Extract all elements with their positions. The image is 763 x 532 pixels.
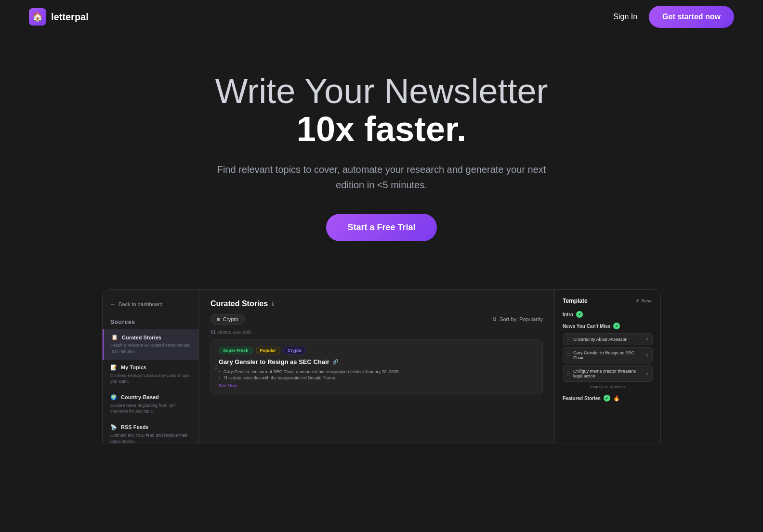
sort-icon: ⇅ [492,316,497,323]
reset-label: Reset [641,298,653,303]
story-bullet-1: Gary Gensler, the current SEC Chair, ann… [219,369,535,374]
sidebar-item-curated-stories[interactable]: 📋 Curated Stories Fresh & relevant AI-cu… [103,329,198,359]
drop-hint: Drop up to 10 stories [563,385,653,389]
info-icon: ℹ [272,301,274,307]
country-based-icon: 🌍 [110,394,117,401]
remove-item-2-button[interactable]: × [645,353,648,358]
template-item-2[interactable]: ⠿ Gary Gensler to Resign as SEC Chair × [563,347,653,363]
template-item-2-text: Gary Gensler to Resign as SEC Chair [573,350,645,360]
logo: 🏠 letterpal [29,8,89,26]
intro-label: Intro ✓ [563,311,653,318]
rss-feeds-desc: Connect any RSS feed and receive their l… [110,432,191,443]
right-panel: Template ↺ Reset Intro ✓ News You Can't … [554,290,660,443]
back-arrow-icon: ← [110,301,116,307]
curated-stories-desc: Fresh & relevant AI-curated news stories… [111,342,191,354]
story-title: Gary Gensler to Resign as SEC Chair 🔗 [219,358,535,365]
tag-super-fresh: Super Fresh [219,347,253,354]
main-header: Curated Stories ℹ [210,299,543,308]
rss-feeds-icon: 📡 [110,424,117,430]
news-section-label: News You Can't Miss ✓ [563,323,653,329]
get-started-button[interactable]: Get started now [649,6,734,28]
template-header: Template ↺ Reset [563,298,653,304]
my-topics-icon: 📝 [110,364,117,371]
story-card: ⠿ Super Fresh Popular Crypto Gary Gensle… [210,339,543,395]
country-based-label: Country-Based [121,394,159,400]
story-bullets: Gary Gensler, the current SEC Chair, ann… [219,369,535,380]
sidebar-item-country-based[interactable]: 🌍 Country-Based Explore news originating… [103,389,198,419]
back-link-text: Back to dashboard [118,301,163,307]
nav-actions: Sign In Get started now [613,6,734,28]
drag-handle-icon[interactable]: ⠿ [214,364,218,371]
hero-title-line1: Write Your Newsletter [19,72,744,110]
sidebar-item-rss-feeds[interactable]: 📡 RSS Feeds Connect any RSS feed and rec… [103,419,198,443]
curated-stories-icon: 📋 [111,334,118,340]
stories-count: 61 stories available [210,329,543,335]
template-item-1-text: Uncertainty About Altseason [573,337,628,342]
sign-in-button[interactable]: Sign In [613,13,637,21]
story-link-icon: 🔗 [332,359,338,364]
news-check-icon: ✓ [613,323,620,329]
curated-stories-label: Curated Stories [122,335,161,340]
hero-title-line2: 10x faster. [19,110,744,148]
remove-item-3-button[interactable]: × [645,371,648,376]
hero-title: Write Your Newsletter 10x faster. [19,72,744,148]
featured-label-text: Featured Stories [563,396,601,401]
drag-item-icon-3: ⠿ [567,371,570,376]
template-item-3[interactable]: ⠿ Chillguy meme creator threatens legal … [563,365,653,382]
tag-crypto: Crypto [283,347,306,354]
remove-item-1-button[interactable]: × [645,337,648,342]
news-section-text: News You Can't Miss [563,324,610,329]
story-bullet-2: This date coincides with the inauguratio… [219,376,535,380]
filter-tag-label: Crypto [223,316,238,322]
featured-label: Featured Stories ✓ 🔥 [563,395,653,402]
template-title: Template [563,298,588,304]
main-content: Curated Stories ℹ ≡ Crypto ⇅ Sort by: Po… [199,290,554,443]
template-item-3-text: Chillguy meme creator threatens legal ac… [573,369,645,378]
filter-list-icon: ≡ [217,316,220,322]
my-topics-desc: Do deep research about any custom topic … [110,373,191,385]
rss-feeds-label: RSS Feeds [121,424,148,430]
story-title-text: Gary Gensler to Resign as SEC Chair [219,358,329,365]
reset-button[interactable]: ↺ Reset [635,298,653,303]
template-item-1[interactable]: ⠿ Uncertainty About Altseason × [563,333,653,345]
sidebar: ← Back to dashboard Sources 📋 Curated St… [103,290,199,443]
logo-text: letterpal [51,12,89,23]
logo-icon: 🏠 [29,8,46,26]
dashboard-container: ← Back to dashboard Sources 📋 Curated St… [102,289,661,443]
start-trial-button[interactable]: Start a Free Trial [326,214,436,241]
sources-header: Sources [103,315,198,329]
country-based-desc: Explore news originating from 32+ countr… [110,402,191,415]
fire-icon: 🔥 [613,395,620,402]
section-title-text: Curated Stories [210,299,268,308]
sort-button[interactable]: ⇅ Sort by: Popularity [492,316,543,323]
featured-check-icon: ✓ [604,395,610,402]
filter-bar: ≡ Crypto ⇅ Sort by: Popularity [210,314,543,324]
drag-item-icon-2: ⠿ [567,353,570,358]
intro-text: Intro [563,312,573,317]
see-more-link[interactable]: See More [219,383,535,388]
navbar: 🏠 letterpal Sign In Get started now [0,0,763,34]
story-tags: Super Fresh Popular Crypto [219,347,535,354]
section-title: Curated Stories ℹ [210,299,274,308]
sidebar-item-my-topics[interactable]: 📝 My Topics Do deep research about any c… [103,360,198,389]
sort-label: Sort by: Popularity [500,316,543,322]
filter-crypto-tag[interactable]: ≡ Crypto [210,314,245,324]
hero-subtitle: Find relevant topics to cover, automate … [213,162,550,193]
drag-item-icon-1: ⠿ [567,337,570,342]
hero-section: Write Your Newsletter 10x faster. Find r… [0,34,763,270]
tag-popular: Popular [256,347,281,354]
intro-check-icon: ✓ [576,311,583,318]
my-topics-label: My Topics [121,364,146,370]
back-link[interactable]: ← Back to dashboard [103,298,198,311]
dashboard-preview: ← Back to dashboard Sources 📋 Curated St… [73,289,690,443]
reset-icon: ↺ [635,298,639,303]
